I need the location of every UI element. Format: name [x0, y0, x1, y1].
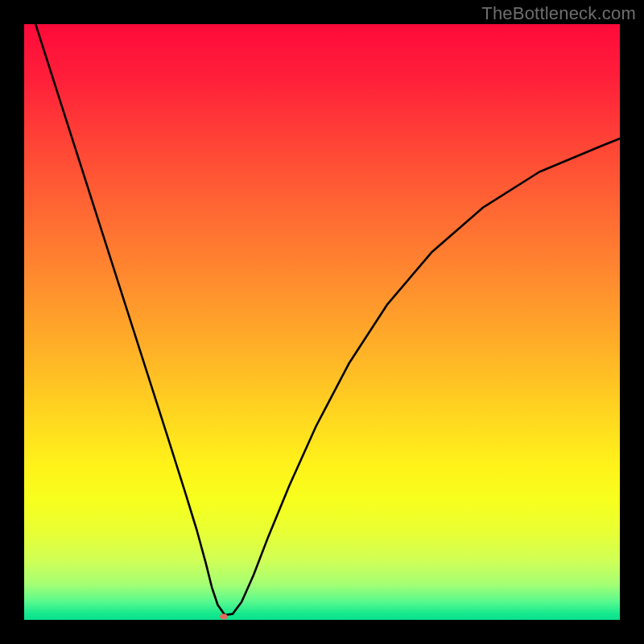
bottleneck-curve [24, 24, 620, 615]
min-marker [220, 613, 228, 619]
watermark-text: TheBottleneck.com [481, 3, 636, 24]
curve-svg [24, 24, 620, 620]
plot-area [24, 24, 620, 620]
chart-frame: TheBottleneck.com [0, 0, 644, 644]
